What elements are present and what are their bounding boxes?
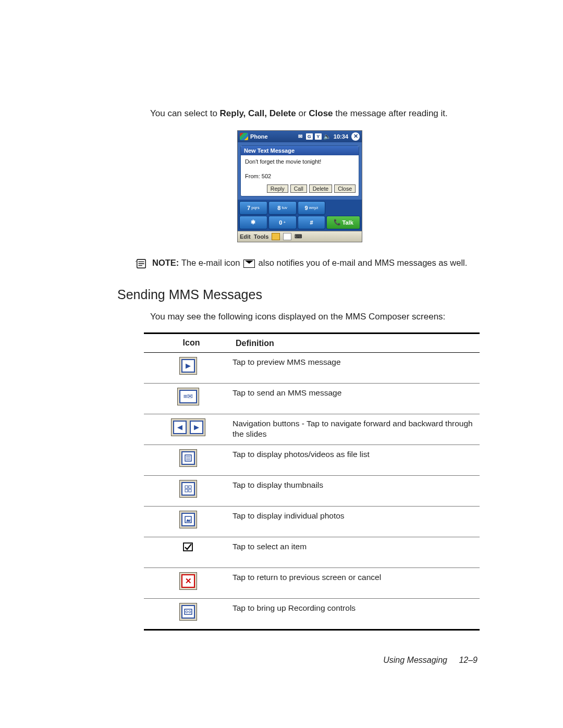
cell-icon [144, 510, 232, 528]
cell-def: Tap to return to previous screen or canc… [232, 571, 480, 583]
cell-def: Tap to preview MMS message [232, 356, 480, 367]
intro-paragraph: You can select to Reply, Call, Delete or… [150, 108, 480, 120]
phone-bottombar: Edit Tools ⌨ [238, 231, 362, 242]
footer-chapter: Using Messaging [383, 656, 447, 664]
key-hash[interactable]: # [298, 216, 326, 229]
inline-envelope-icon [243, 260, 255, 268]
key-7[interactable]: 7pqrs [239, 201, 267, 215]
key-talk[interactable]: 📞 Talk [326, 216, 360, 229]
svg-point-13 [186, 611, 188, 613]
svg-point-14 [189, 611, 191, 613]
phone-app-title: Phone [250, 133, 268, 140]
manual-page: You can select to Reply, Call, Delete or… [0, 0, 563, 728]
table-row: ◀ ▶ Navigation buttons - Tap to navigate… [144, 414, 480, 445]
individual-photo-icon [179, 511, 197, 528]
start-flag-icon [240, 133, 248, 140]
bottombar-note-icon [272, 233, 280, 240]
table-row: ≡✉ Tap to send an MMS message [144, 384, 480, 414]
table-row: ▶ Tap to preview MMS message [144, 353, 480, 384]
table-row: ✕ Tap to return to previous screen or ca… [144, 568, 480, 599]
svg-rect-8 [189, 489, 191, 492]
intro-pre: You can select to [150, 108, 220, 118]
cell-icon: ◀ ▶ [144, 417, 232, 436]
file-list-icon [179, 449, 197, 467]
table-header: Icon Definition [144, 332, 480, 353]
icon-definition-table: Icon Definition ▶ Tap to preview MMS mes… [144, 332, 480, 631]
bubble-from: From: 502 [245, 173, 354, 179]
header-definition: Definition [236, 337, 480, 349]
send-icon: ≡✉ [177, 388, 199, 405]
cell-icon: ≡✉ [144, 387, 232, 405]
cell-icon [144, 479, 232, 498]
envelope-status-icon: ✉ [297, 133, 304, 140]
note-t1: The e-mail icon [179, 258, 242, 267]
intro-bold2: Close [309, 108, 333, 118]
cell-icon [144, 540, 232, 553]
from-value: 502 [262, 173, 271, 179]
cell-def: Tap to send an MMS message [232, 387, 480, 398]
speaker-icon: 🔈 [324, 133, 331, 140]
note-t2: also notifies you of e-mail and MMS mess… [256, 258, 467, 267]
section-heading: Sending MMS Messages [117, 287, 480, 302]
phone-statusbar: Phone ✉ G Y 🔈 10:34 ✕ [238, 131, 362, 142]
phone-keypad: 7pqrs 8tuv 9wxyz ✱ 0+ # 📞 Talk [238, 200, 362, 231]
preview-icon: ▶ [179, 357, 197, 375]
table-row: Tap to select an item [144, 537, 480, 568]
phone-screenshot: Phone ✉ G Y 🔈 10:34 ✕ New Text Message D… [237, 130, 362, 242]
cell-def: Navigation buttons - Tap to navigate for… [232, 417, 480, 439]
cancel-x-icon: ✕ [179, 572, 197, 590]
key-star[interactable]: ✱ [239, 216, 267, 229]
network-g-icon: G [306, 133, 313, 140]
bubble-buttons: Reply Call Delete Close [241, 184, 359, 196]
footer-page-number: 12–9 [459, 656, 478, 664]
call-button[interactable]: Call [290, 184, 307, 193]
signal-y-icon: Y [315, 133, 322, 140]
cell-def: Tap to display photos/videos as file lis… [232, 448, 480, 460]
bottombar-keyboard-icon: ⌨ [295, 233, 302, 240]
bottombar-edit[interactable]: Edit [240, 233, 251, 240]
cell-icon [144, 448, 232, 467]
cell-def: Tap to display thumbnails [232, 479, 480, 490]
notification-area: New Text Message Don't forget the movie … [238, 142, 362, 200]
cell-icon [144, 602, 232, 621]
header-icon: Icon [144, 337, 236, 349]
table-row: Tap to display individual photos [144, 507, 480, 537]
cell-def: Tap to bring up Recording controls [232, 602, 480, 613]
note-label: NOTE: [152, 258, 179, 267]
note-text: NOTE: The e-mail icon also notifies you … [152, 257, 467, 268]
status-time: 10:34 [334, 133, 348, 140]
table-row: Tap to display thumbnails [144, 476, 480, 507]
intro-mid: or [296, 108, 309, 118]
cell-icon: ✕ [144, 571, 232, 590]
bubble-message: Don't forget the movie tonight! [245, 158, 354, 165]
page-footer: Using Messaging 12–9 [120, 656, 480, 665]
svg-rect-6 [189, 486, 191, 488]
note-block: NOTE: The e-mail icon also notifies you … [136, 257, 480, 269]
close-button[interactable]: Close [334, 184, 356, 193]
cell-def: Tap to select an item [232, 540, 480, 552]
note-hand-icon [136, 258, 147, 269]
bubble-title: New Text Message [241, 146, 359, 155]
section-intro: You may see the following icons displaye… [150, 311, 480, 323]
navigation-buttons-icon: ◀ ▶ [171, 418, 205, 436]
checkmark-icon [182, 541, 194, 553]
delete-button[interactable]: Delete [309, 184, 332, 193]
cell-def: Tap to display individual photos [232, 510, 480, 521]
thumbnails-icon [179, 480, 197, 498]
reply-button[interactable]: Reply [267, 184, 288, 193]
from-label: From: [245, 173, 260, 179]
intro-bold1: Reply, Call, Delete [220, 108, 296, 118]
cell-icon: ▶ [144, 356, 232, 375]
key-0[interactable]: 0+ [268, 216, 297, 229]
key-8[interactable]: 8tuv [268, 201, 297, 215]
bottombar-tools[interactable]: Tools [254, 233, 269, 240]
table-row: Tap to bring up Recording controls [144, 599, 480, 631]
svg-rect-5 [185, 486, 188, 488]
bottombar-pane-icon [283, 233, 291, 240]
intro-post: the message after reading it. [333, 108, 448, 118]
bubble-body: Don't forget the movie tonight! From: 50… [241, 155, 359, 184]
key-9[interactable]: 9wxyz [298, 201, 326, 215]
recording-controls-icon [179, 603, 197, 621]
svg-rect-7 [185, 489, 188, 492]
svg-marker-10 [186, 519, 190, 522]
